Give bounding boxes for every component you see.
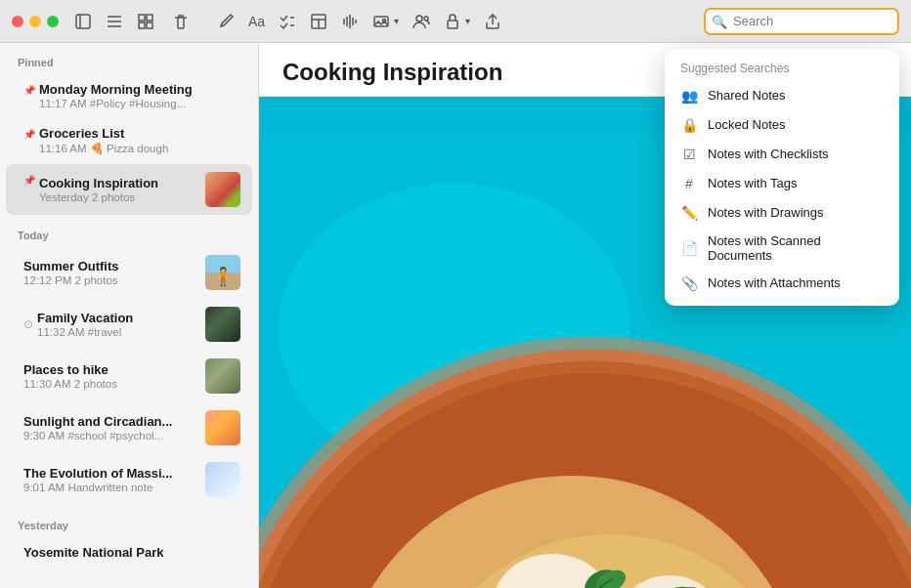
dropdown-item-label: Notes with Scanned Documents xyxy=(708,233,884,263)
attachment-icon: 📎 xyxy=(680,274,698,292)
note-thumbnail: 🧍 xyxy=(205,255,240,290)
dropdown-item-label: Locked Notes xyxy=(708,117,786,132)
today-section-header: Today xyxy=(0,216,258,246)
svg-point-21 xyxy=(416,16,422,21)
svg-rect-8 xyxy=(147,22,152,28)
svg-rect-7 xyxy=(139,22,145,28)
dropdown-item[interactable]: ☑Notes with Checklists xyxy=(665,140,899,169)
note-meta: Yesterday 2 photos xyxy=(39,191,197,203)
pinned-section-header: Pinned xyxy=(0,43,258,73)
note-title: Places to hike xyxy=(23,362,197,377)
lock-icon: 🔒 xyxy=(680,116,698,134)
new-note-icon[interactable] xyxy=(217,13,235,30)
note-info: Summer Outfits 12:12 PM 2 photos xyxy=(23,259,197,286)
note-title: Monday Morning Meeting xyxy=(39,82,240,97)
delete-icon[interactable] xyxy=(172,13,190,30)
note-item[interactable]: ⊙ Family Vacation 11:32 AM #travel xyxy=(6,299,252,350)
note-info: Family Vacation 11:32 AM #travel xyxy=(37,311,197,338)
grid-view-icon[interactable] xyxy=(137,13,154,30)
note-thumbnail xyxy=(205,358,240,394)
note-info: Places to hike 11:30 AM 2 photos xyxy=(23,362,197,390)
lock-icon[interactable] xyxy=(444,13,461,30)
note-meta: 9:01 AM Handwritten note xyxy=(23,482,197,493)
svg-rect-5 xyxy=(139,15,145,21)
pin-icon: 📌 xyxy=(23,85,35,96)
note-title: Family Vacation xyxy=(37,311,197,325)
checklist-icon: ☑ xyxy=(680,146,698,163)
svg-rect-23 xyxy=(448,21,457,28)
dropdown-item-label: Notes with Attachments xyxy=(708,275,841,290)
photo-chevron-icon[interactable]: ▾ xyxy=(394,16,399,26)
share-icon[interactable] xyxy=(484,13,501,30)
dropdown-item-label: Notes with Checklists xyxy=(708,147,829,161)
dropdown-item[interactable]: 📎Notes with Attachments xyxy=(665,269,899,298)
font-icon[interactable]: Aa xyxy=(248,14,265,29)
tag-icon: # xyxy=(680,175,698,192)
note-title: Sunlight and Circadian... xyxy=(23,414,197,429)
traffic-lights xyxy=(12,16,59,27)
dropdown-item-label: Notes with Tags xyxy=(708,176,798,190)
note-item[interactable]: 📌 Groceries List 11:16 AM 🍕 Pizza dough xyxy=(6,118,252,163)
svg-rect-0 xyxy=(76,15,90,28)
note-title: Yosemite National Park xyxy=(23,545,240,560)
scan-icon: 📄 xyxy=(680,239,698,257)
fullscreen-button[interactable] xyxy=(47,16,59,27)
close-button[interactable] xyxy=(12,16,23,27)
shared-icon: 👥 xyxy=(680,87,698,105)
checklist-icon[interactable] xyxy=(279,13,296,30)
note-thumbnail xyxy=(205,307,240,342)
dropdown-item[interactable]: #Notes with Tags xyxy=(665,169,899,198)
note-item[interactable]: 📌 Monday Morning Meeting 11:17 AM #Polic… xyxy=(6,74,252,117)
note-info: Monday Morning Meeting 11:17 AM #Policy … xyxy=(39,82,240,109)
minimize-button[interactable] xyxy=(29,16,41,27)
dropdown-item[interactable]: 🔒Locked Notes xyxy=(665,110,899,140)
dropdown-item-label: Shared Notes xyxy=(708,88,786,103)
dropdown-item-label: Notes with Drawings xyxy=(708,205,824,220)
audio-icon[interactable] xyxy=(341,13,359,30)
note-item[interactable]: The Evolution of Massi... 9:01 AM Handwr… xyxy=(6,454,252,505)
note-meta: 11:32 AM #travel xyxy=(37,326,197,338)
dropdown-item[interactable]: 📄Notes with Scanned Documents xyxy=(665,228,899,269)
note-item[interactable]: Sunlight and Circadian... 9:30 AM #schoo… xyxy=(6,402,252,453)
note-meta: 11:17 AM #Policy #Housing... xyxy=(39,98,240,109)
drawing-icon: ✏️ xyxy=(680,204,698,222)
dropdown-item[interactable]: 👥Shared Notes xyxy=(665,81,899,110)
search-input[interactable] xyxy=(704,8,899,35)
yesterday-section-header: Yesterday xyxy=(0,506,258,536)
search-icon: 🔍 xyxy=(712,14,727,28)
note-title: Cooking Inspiration xyxy=(39,176,197,190)
sidebar-toggle-icon[interactable] xyxy=(74,13,92,30)
note-title: The Evolution of Massi... xyxy=(23,466,197,481)
note-info: Sunlight and Circadian... 9:30 AM #schoo… xyxy=(23,414,197,441)
svg-point-22 xyxy=(424,17,428,21)
search-dropdown: Suggested Searches 👥Shared Notes🔒Locked … xyxy=(665,49,899,306)
search-container: 🔍 Suggested Searches 👥Shared Notes🔒Locke… xyxy=(704,8,899,35)
note-title: Groceries List xyxy=(39,126,240,141)
note-info: Yosemite National Park xyxy=(23,545,240,560)
note-info: Cooking Inspiration Yesterday 2 photos xyxy=(39,176,197,203)
dropdown-item[interactable]: ✏️Notes with Drawings xyxy=(665,198,899,228)
note-info: The Evolution of Massi... 9:01 AM Handwr… xyxy=(23,466,197,493)
list-view-icon[interactable] xyxy=(106,13,123,30)
note-meta: 11:16 AM 🍕 Pizza dough xyxy=(39,142,240,155)
note-title: Summer Outfits xyxy=(23,259,197,273)
note-thumbnail xyxy=(205,410,240,445)
note-item[interactable]: Places to hike 11:30 AM 2 photos xyxy=(6,351,252,401)
pin-icon: 📌 xyxy=(23,175,35,186)
note-meta: 9:30 AM #school #psychol... xyxy=(23,430,197,441)
dropdown-header: Suggested Searches xyxy=(665,57,899,81)
shared-note-icon: ⊙ xyxy=(23,317,33,331)
titlebar: Aa xyxy=(0,0,911,43)
svg-rect-6 xyxy=(147,15,152,21)
sidebar: Pinned 📌 Monday Morning Meeting 11:17 AM… xyxy=(0,43,259,588)
toolbar: Aa xyxy=(74,13,501,30)
note-item[interactable]: Summer Outfits 12:12 PM 2 photos 🧍 xyxy=(6,247,252,298)
note-info: Groceries List 11:16 AM 🍕 Pizza dough xyxy=(39,126,240,155)
collaborate-icon[interactable] xyxy=(412,13,430,30)
note-item-active[interactable]: 📌 Cooking Inspiration Yesterday 2 photos xyxy=(6,164,252,215)
pin-icon: 📌 xyxy=(23,129,35,140)
photo-icon[interactable] xyxy=(372,13,390,30)
lock-chevron-icon[interactable]: ▾ xyxy=(465,16,470,26)
note-item[interactable]: Yosemite National Park xyxy=(6,537,252,567)
table-icon[interactable] xyxy=(310,13,327,30)
